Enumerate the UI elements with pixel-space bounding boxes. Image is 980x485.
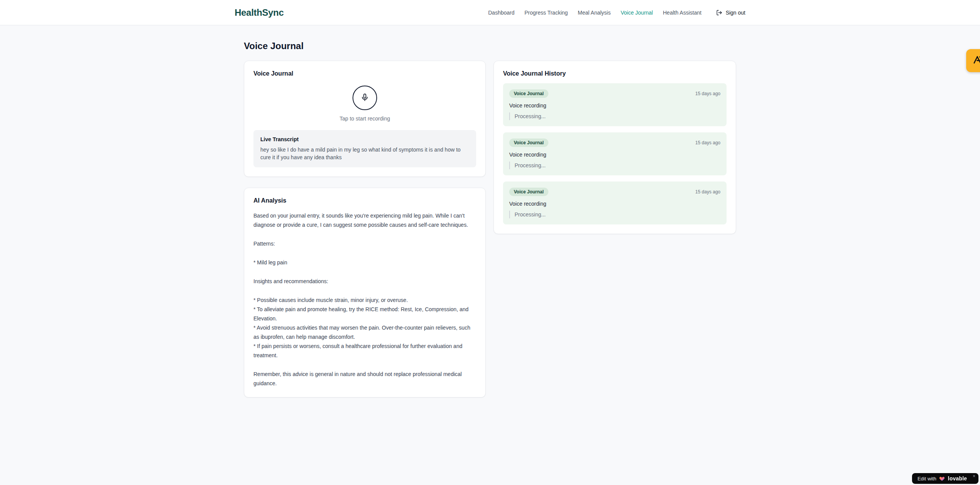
history-card-title: Voice Journal History (503, 70, 727, 77)
analysis-paragraph: * Mild leg pain (253, 258, 476, 267)
heart-icon (939, 476, 945, 482)
ai-analysis-title: AI Analysis (253, 197, 476, 204)
live-transcript-box: Live Transcript hey so like I do have a … (253, 130, 476, 167)
entry-label: Voice recording (509, 102, 720, 109)
analysis-paragraph: Insights and recommendations: (253, 277, 476, 286)
nav-link[interactable]: Progress Tracking (525, 10, 568, 16)
app-header: HealthSync Dashboard Progress Tracking M… (0, 0, 980, 25)
main-nav: Dashboard Progress Tracking Meal Analysi… (488, 10, 745, 16)
lovable-badge-close-icon[interactable]: × (973, 474, 975, 478)
left-column: Voice Journal Tap to start recording (244, 61, 486, 398)
history-entry-header: Voice Journal 15 days ago (509, 89, 720, 98)
page-title: Voice Journal (244, 41, 736, 51)
floating-edge-badge[interactable] (966, 49, 980, 72)
content-grid: Voice Journal Tap to start recording (244, 61, 736, 398)
record-hint: Tap to start recording (339, 115, 390, 122)
entry-status: Processing... (509, 211, 720, 218)
entry-status: Processing... (509, 112, 720, 120)
analysis-paragraph: Remember, this advice is general in natu… (253, 370, 476, 388)
history-entry[interactable]: Voice Journal 15 days ago Voice recordin… (503, 83, 727, 126)
nav-link[interactable]: Dashboard (488, 10, 515, 16)
microphone-icon (361, 93, 369, 103)
analysis-paragraph: Patterns: (253, 239, 476, 248)
header-container: HealthSync Dashboard Progress Tracking M… (235, 0, 745, 25)
lovable-badge-brand: lovable (948, 475, 967, 482)
sign-out-icon (716, 10, 722, 16)
nav-items: Dashboard Progress Tracking Meal Analysi… (488, 10, 701, 16)
entry-type-badge: Voice Journal (509, 188, 548, 196)
nav-link[interactable]: Health Assistant (663, 10, 701, 16)
entry-timestamp: 15 days ago (695, 189, 720, 195)
history-entry-header: Voice Journal 15 days ago (509, 188, 720, 196)
entry-type-badge: Voice Journal (509, 139, 548, 147)
caret-logo-icon (972, 54, 980, 67)
record-button[interactable] (353, 86, 377, 110)
history-entry[interactable]: Voice Journal 15 days ago Voice recordin… (503, 181, 727, 224)
analysis-paragraph: Based on your journal entry, it sounds l… (253, 211, 476, 229)
right-column: Voice Journal History Voice Journal 15 d… (493, 61, 736, 234)
nav-link[interactable]: Meal Analysis (578, 10, 611, 16)
edit-with-lovable-badge[interactable]: Edit with lovable × (912, 473, 978, 484)
entry-status: Processing... (509, 162, 720, 169)
entry-timestamp: 15 days ago (695, 91, 720, 96)
analysis-paragraph: * Possible causes include muscle strain,… (253, 295, 476, 360)
ai-analysis-card: AI Analysis Based on your journal entry,… (244, 188, 486, 398)
history-entries: Voice Journal 15 days ago Voice recordin… (503, 83, 727, 224)
live-transcript-title: Live Transcript (260, 136, 469, 142)
history-entry[interactable]: Voice Journal 15 days ago Voice recordin… (503, 132, 727, 175)
nav-link[interactable]: Voice Journal (621, 10, 653, 16)
entry-timestamp: 15 days ago (695, 140, 720, 145)
sign-out-label: Sign out (726, 10, 745, 16)
voice-journal-history-card: Voice Journal History Voice Journal 15 d… (493, 61, 736, 234)
live-transcript-text: hey so like I do have a mild pain in my … (260, 146, 469, 161)
recorder-card-title: Voice Journal (253, 70, 476, 77)
main-content: Voice Journal Voice Journal (244, 25, 736, 398)
history-entry-header: Voice Journal 15 days ago (509, 139, 720, 147)
entry-label: Voice recording (509, 201, 720, 207)
ai-analysis-body: Based on your journal entry, it sounds l… (253, 211, 476, 388)
voice-recorder-card: Voice Journal Tap to start recording (244, 61, 486, 177)
entry-label: Voice recording (509, 152, 720, 158)
sign-out-button[interactable]: Sign out (716, 10, 745, 16)
lovable-badge-prefix: Edit with (917, 476, 936, 482)
entry-type-badge: Voice Journal (509, 89, 548, 98)
mic-area: Tap to start recording (253, 86, 476, 122)
app-logo[interactable]: HealthSync (235, 7, 284, 18)
